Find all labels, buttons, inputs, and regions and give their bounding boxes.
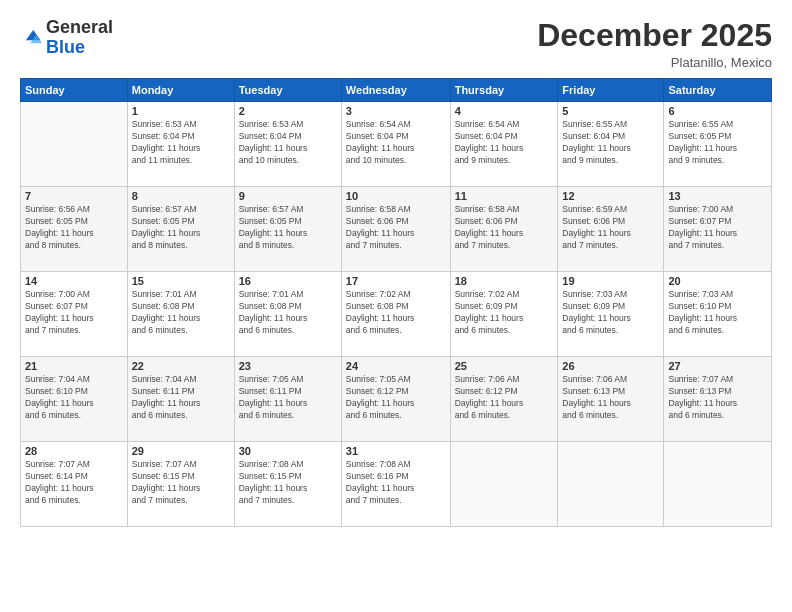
cell-date: 28 <box>25 445 123 457</box>
calendar-cell: 14Sunrise: 7:00 AM Sunset: 6:07 PM Dayli… <box>21 272 128 357</box>
cell-info: Sunrise: 7:03 AM Sunset: 6:09 PM Dayligh… <box>562 289 659 337</box>
cell-info: Sunrise: 7:08 AM Sunset: 6:16 PM Dayligh… <box>346 459 446 507</box>
cell-date: 24 <box>346 360 446 372</box>
cell-info: Sunrise: 7:01 AM Sunset: 6:08 PM Dayligh… <box>239 289 337 337</box>
cell-date: 9 <box>239 190 337 202</box>
calendar-week-row: 21Sunrise: 7:04 AM Sunset: 6:10 PM Dayli… <box>21 357 772 442</box>
cell-info: Sunrise: 7:07 AM Sunset: 6:14 PM Dayligh… <box>25 459 123 507</box>
calendar-cell <box>558 442 664 527</box>
calendar-cell: 20Sunrise: 7:03 AM Sunset: 6:10 PM Dayli… <box>664 272 772 357</box>
calendar-cell: 26Sunrise: 7:06 AM Sunset: 6:13 PM Dayli… <box>558 357 664 442</box>
cell-date: 12 <box>562 190 659 202</box>
calendar-cell: 8Sunrise: 6:57 AM Sunset: 6:05 PM Daylig… <box>127 187 234 272</box>
cell-date: 17 <box>346 275 446 287</box>
cell-date: 26 <box>562 360 659 372</box>
logo-blue: Blue <box>46 37 85 57</box>
cell-info: Sunrise: 7:08 AM Sunset: 6:15 PM Dayligh… <box>239 459 337 507</box>
cell-info: Sunrise: 6:53 AM Sunset: 6:04 PM Dayligh… <box>239 119 337 167</box>
month-title: December 2025 <box>537 18 772 53</box>
cell-date: 1 <box>132 105 230 117</box>
cell-info: Sunrise: 6:55 AM Sunset: 6:05 PM Dayligh… <box>668 119 767 167</box>
day-header: Friday <box>558 79 664 102</box>
day-header: Thursday <box>450 79 558 102</box>
cell-date: 5 <box>562 105 659 117</box>
day-header: Sunday <box>21 79 128 102</box>
calendar-cell: 24Sunrise: 7:05 AM Sunset: 6:12 PM Dayli… <box>341 357 450 442</box>
cell-date: 3 <box>346 105 446 117</box>
calendar-cell <box>450 442 558 527</box>
cell-info: Sunrise: 7:02 AM Sunset: 6:09 PM Dayligh… <box>455 289 554 337</box>
calendar-week-row: 7Sunrise: 6:56 AM Sunset: 6:05 PM Daylig… <box>21 187 772 272</box>
cell-info: Sunrise: 6:55 AM Sunset: 6:04 PM Dayligh… <box>562 119 659 167</box>
logo-general: General <box>46 17 113 37</box>
day-header: Monday <box>127 79 234 102</box>
calendar-cell: 30Sunrise: 7:08 AM Sunset: 6:15 PM Dayli… <box>234 442 341 527</box>
calendar-cell: 19Sunrise: 7:03 AM Sunset: 6:09 PM Dayli… <box>558 272 664 357</box>
header: General Blue December 2025 Platanillo, M… <box>20 18 772 70</box>
calendar-cell: 4Sunrise: 6:54 AM Sunset: 6:04 PM Daylig… <box>450 102 558 187</box>
cell-date: 20 <box>668 275 767 287</box>
cell-info: Sunrise: 7:04 AM Sunset: 6:11 PM Dayligh… <box>132 374 230 422</box>
calendar-cell: 6Sunrise: 6:55 AM Sunset: 6:05 PM Daylig… <box>664 102 772 187</box>
calendar-cell: 5Sunrise: 6:55 AM Sunset: 6:04 PM Daylig… <box>558 102 664 187</box>
cell-date: 19 <box>562 275 659 287</box>
logo-icon <box>20 27 42 49</box>
cell-date: 2 <box>239 105 337 117</box>
calendar-cell: 2Sunrise: 6:53 AM Sunset: 6:04 PM Daylig… <box>234 102 341 187</box>
subtitle: Platanillo, Mexico <box>537 55 772 70</box>
calendar-cell: 31Sunrise: 7:08 AM Sunset: 6:16 PM Dayli… <box>341 442 450 527</box>
cell-info: Sunrise: 6:56 AM Sunset: 6:05 PM Dayligh… <box>25 204 123 252</box>
calendar-week-row: 28Sunrise: 7:07 AM Sunset: 6:14 PM Dayli… <box>21 442 772 527</box>
calendar-cell <box>21 102 128 187</box>
calendar-cell: 1Sunrise: 6:53 AM Sunset: 6:04 PM Daylig… <box>127 102 234 187</box>
calendar-cell: 21Sunrise: 7:04 AM Sunset: 6:10 PM Dayli… <box>21 357 128 442</box>
day-header: Wednesday <box>341 79 450 102</box>
cell-info: Sunrise: 7:05 AM Sunset: 6:12 PM Dayligh… <box>346 374 446 422</box>
calendar-cell: 22Sunrise: 7:04 AM Sunset: 6:11 PM Dayli… <box>127 357 234 442</box>
page: General Blue December 2025 Platanillo, M… <box>0 0 792 612</box>
cell-date: 7 <box>25 190 123 202</box>
calendar-cell: 27Sunrise: 7:07 AM Sunset: 6:13 PM Dayli… <box>664 357 772 442</box>
cell-date: 11 <box>455 190 554 202</box>
cell-info: Sunrise: 7:02 AM Sunset: 6:08 PM Dayligh… <box>346 289 446 337</box>
cell-date: 31 <box>346 445 446 457</box>
cell-info: Sunrise: 6:58 AM Sunset: 6:06 PM Dayligh… <box>455 204 554 252</box>
cell-info: Sunrise: 7:04 AM Sunset: 6:10 PM Dayligh… <box>25 374 123 422</box>
calendar-cell: 10Sunrise: 6:58 AM Sunset: 6:06 PM Dayli… <box>341 187 450 272</box>
calendar-cell: 25Sunrise: 7:06 AM Sunset: 6:12 PM Dayli… <box>450 357 558 442</box>
cell-date: 18 <box>455 275 554 287</box>
calendar-cell: 28Sunrise: 7:07 AM Sunset: 6:14 PM Dayli… <box>21 442 128 527</box>
calendar-week-row: 1Sunrise: 6:53 AM Sunset: 6:04 PM Daylig… <box>21 102 772 187</box>
day-header: Saturday <box>664 79 772 102</box>
cell-date: 14 <box>25 275 123 287</box>
cell-date: 25 <box>455 360 554 372</box>
cell-info: Sunrise: 6:53 AM Sunset: 6:04 PM Dayligh… <box>132 119 230 167</box>
calendar-cell: 18Sunrise: 7:02 AM Sunset: 6:09 PM Dayli… <box>450 272 558 357</box>
cell-info: Sunrise: 7:07 AM Sunset: 6:15 PM Dayligh… <box>132 459 230 507</box>
cell-info: Sunrise: 7:00 AM Sunset: 6:07 PM Dayligh… <box>668 204 767 252</box>
cell-info: Sunrise: 6:57 AM Sunset: 6:05 PM Dayligh… <box>132 204 230 252</box>
cell-info: Sunrise: 7:03 AM Sunset: 6:10 PM Dayligh… <box>668 289 767 337</box>
cell-date: 16 <box>239 275 337 287</box>
cell-info: Sunrise: 6:54 AM Sunset: 6:04 PM Dayligh… <box>455 119 554 167</box>
cell-date: 27 <box>668 360 767 372</box>
calendar-cell: 7Sunrise: 6:56 AM Sunset: 6:05 PM Daylig… <box>21 187 128 272</box>
calendar-header-row: SundayMondayTuesdayWednesdayThursdayFrid… <box>21 79 772 102</box>
cell-info: Sunrise: 7:01 AM Sunset: 6:08 PM Dayligh… <box>132 289 230 337</box>
cell-info: Sunrise: 6:57 AM Sunset: 6:05 PM Dayligh… <box>239 204 337 252</box>
calendar-week-row: 14Sunrise: 7:00 AM Sunset: 6:07 PM Dayli… <box>21 272 772 357</box>
cell-date: 6 <box>668 105 767 117</box>
cell-info: Sunrise: 7:07 AM Sunset: 6:13 PM Dayligh… <box>668 374 767 422</box>
cell-date: 13 <box>668 190 767 202</box>
cell-date: 4 <box>455 105 554 117</box>
calendar-cell: 17Sunrise: 7:02 AM Sunset: 6:08 PM Dayli… <box>341 272 450 357</box>
calendar-cell: 23Sunrise: 7:05 AM Sunset: 6:11 PM Dayli… <box>234 357 341 442</box>
cell-date: 29 <box>132 445 230 457</box>
cell-info: Sunrise: 7:00 AM Sunset: 6:07 PM Dayligh… <box>25 289 123 337</box>
cell-date: 30 <box>239 445 337 457</box>
cell-info: Sunrise: 6:54 AM Sunset: 6:04 PM Dayligh… <box>346 119 446 167</box>
cell-info: Sunrise: 6:59 AM Sunset: 6:06 PM Dayligh… <box>562 204 659 252</box>
title-block: December 2025 Platanillo, Mexico <box>537 18 772 70</box>
logo-text: General Blue <box>46 18 113 58</box>
calendar-cell: 16Sunrise: 7:01 AM Sunset: 6:08 PM Dayli… <box>234 272 341 357</box>
